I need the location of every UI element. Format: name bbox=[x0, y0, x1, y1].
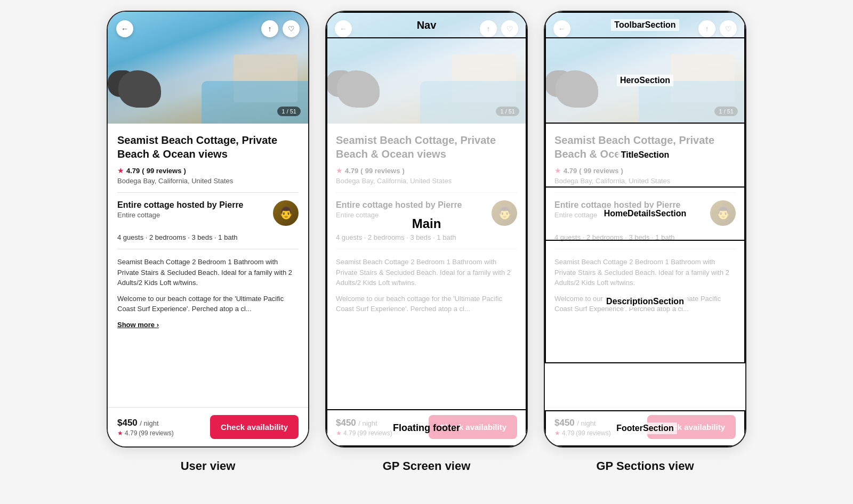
gp-div1 bbox=[336, 192, 517, 193]
gp-counter: 1 / 51 bbox=[496, 107, 519, 116]
hero-pool bbox=[202, 81, 308, 124]
description-2: Welcome to our beach cottage for the 'Ul… bbox=[117, 294, 299, 314]
share-icon: ↑ bbox=[268, 25, 272, 33]
heart-button[interactable]: ♡ bbox=[283, 20, 300, 37]
gps-hero: ← ↑ ♡ 1 / 51 bbox=[545, 12, 745, 124]
gp-screen-phone: ← ↑ ♡ 1 / 51 Seamist Beach Cottage, Priv… bbox=[325, 11, 528, 448]
gp-sections-panel: ← ↑ ♡ 1 / 51 Seamist Beach Cottage, Priv… bbox=[544, 11, 746, 473]
gp-footer-bg: $450 / night ★ 4.79 (99 reviews) Check a… bbox=[326, 407, 527, 446]
footer-star-icon: ★ bbox=[117, 429, 123, 437]
host-row: Entire cottage hosted by Pierre Entire c… bbox=[117, 200, 299, 226]
footer-rating-row: ★ 4.79 (99 reviews) bbox=[117, 429, 174, 437]
gps-back: ← bbox=[553, 20, 570, 37]
gp-back-icon: ← bbox=[340, 25, 347, 33]
rating-row: ★ 4.79 (99 reviews) bbox=[117, 166, 299, 175]
gp-heart-btn: ♡ bbox=[501, 20, 518, 37]
gp-location: Bodega Bay, California, United States bbox=[336, 177, 517, 185]
price-section: $450 / night ★ 4.79 (99 reviews) bbox=[117, 418, 174, 437]
gp-rocks1 bbox=[337, 70, 380, 108]
review-count-val: 99 reviews bbox=[147, 167, 182, 175]
gp-price: $450 / night ★ 4.79 (99 reviews) bbox=[336, 418, 392, 437]
gp-rating: ★ 4.79 (99 reviews) bbox=[336, 166, 517, 175]
check-availability-button[interactable]: Check availability bbox=[210, 415, 299, 439]
gp-sections-label: GP Sections view bbox=[596, 459, 694, 473]
host-avatar: 👨 bbox=[273, 200, 299, 226]
host-title: Entire cottage hosted by Pierre bbox=[117, 200, 244, 210]
gp-pool bbox=[420, 81, 527, 124]
share-button[interactable]: ↑ bbox=[261, 20, 278, 37]
review-count: ( bbox=[142, 167, 144, 175]
gp-div2 bbox=[336, 249, 517, 249]
gp-screen-panel: ← ↑ ♡ 1 / 51 Seamist Beach Cottage, Priv… bbox=[325, 11, 528, 473]
image-counter: 1 / 51 bbox=[277, 107, 301, 116]
gp-check-btn: Check availability bbox=[429, 415, 517, 439]
user-view-phone: ← ↑ ♡ 1 / 51 Seamist Beach Cottage, Priv… bbox=[107, 11, 309, 448]
price-row: $450 / night bbox=[117, 418, 174, 428]
gp-star: ★ bbox=[336, 166, 343, 175]
gp-rating-val: 4.79 bbox=[345, 167, 358, 175]
heart-icon: ♡ bbox=[288, 25, 295, 33]
floating-footer: $450 / night ★ 4.79 (99 reviews) Check a… bbox=[108, 407, 308, 446]
gp-content: Seamist Beach Cottage, Private Beach & O… bbox=[326, 124, 527, 373]
location: Bodega Bay, California, United States bbox=[117, 177, 299, 185]
top-right-buttons: ↑ ♡ bbox=[261, 20, 300, 37]
user-view-label: User view bbox=[181, 459, 236, 473]
gp-top-right: ↑ ♡ bbox=[480, 20, 518, 37]
star-icon: ★ bbox=[117, 166, 124, 175]
gp-host-title: Entire cottage hosted by Pierre bbox=[336, 200, 462, 210]
divider-2 bbox=[117, 249, 299, 249]
divider-1 bbox=[117, 192, 299, 193]
gps-heart: ♡ bbox=[720, 20, 737, 37]
footer-reviews: (99 reviews) bbox=[139, 429, 173, 437]
user-view-panel: ← ↑ ♡ 1 / 51 Seamist Beach Cottage, Priv… bbox=[107, 11, 309, 473]
per-night: / night bbox=[140, 419, 158, 427]
hero-image: ← ↑ ♡ 1 / 51 bbox=[108, 12, 308, 124]
gps-top-right: ↑ ♡ bbox=[698, 20, 737, 37]
gp-desc1: Seamist Beach Cottage 2 Bedroom 1 Bathro… bbox=[336, 257, 517, 288]
gp-title: Seamist Beach Cottage, Private Beach & O… bbox=[336, 133, 517, 161]
gp-host-info: Entire cottage hosted by Pierre Entire c… bbox=[336, 200, 462, 219]
gp-sections-bg: ← ↑ ♡ 1 / 51 Seamist Beach Cottage, Priv… bbox=[545, 12, 745, 373]
gps-share: ↑ bbox=[698, 20, 715, 37]
rating-value: 4.79 bbox=[126, 167, 140, 175]
gp-back-btn: ← bbox=[335, 20, 352, 37]
amenities: 4 guests · 2 bedrooms · 3 beds · 1 bath bbox=[117, 233, 299, 241]
gps-content: Seamist Beach Cottage, Private Beach & O… bbox=[545, 124, 745, 373]
host-type: Entire cottage bbox=[117, 211, 244, 219]
panels-row: ← ↑ ♡ 1 / 51 Seamist Beach Cottage, Priv… bbox=[107, 11, 746, 473]
show-more[interactable]: Show more › bbox=[117, 321, 159, 329]
listing-title: Seamist Beach Cottage, Private Beach & O… bbox=[117, 133, 299, 161]
price: $450 bbox=[117, 418, 138, 428]
host-avatar-emoji: 👨 bbox=[279, 206, 293, 220]
gp-screen-bg: ← ↑ ♡ 1 / 51 Seamist Beach Cottage, Priv… bbox=[326, 12, 527, 373]
gp-desc2: Welcome to our beach cottage for the 'Ul… bbox=[336, 294, 517, 314]
gp-heart-icon: ♡ bbox=[506, 25, 513, 33]
gp-hero-image: ← ↑ ♡ 1 / 51 bbox=[326, 12, 527, 124]
gps-pool bbox=[639, 81, 745, 124]
gp-share-icon: ↑ bbox=[487, 25, 490, 33]
gp-price-val: $450 bbox=[336, 418, 356, 428]
gp-sections-phone: ← ↑ ♡ 1 / 51 Seamist Beach Cottage, Priv… bbox=[544, 11, 746, 448]
gp-screen-label: GP Screen view bbox=[383, 459, 471, 473]
gp-amenities: 4 guests · 2 bedrooms · 3 beds · 1 bath bbox=[336, 233, 517, 241]
footer-rating-val: 4.79 bbox=[125, 429, 137, 437]
content-area: Seamist Beach Cottage, Private Beach & O… bbox=[108, 124, 308, 383]
gp-host-type: Entire cottage bbox=[336, 211, 462, 219]
hero-rocks-1 bbox=[118, 70, 161, 108]
back-icon: ← bbox=[121, 25, 128, 33]
gp-host: Entire cottage hosted by Pierre Entire c… bbox=[336, 200, 517, 226]
gp-avatar: 👨 bbox=[492, 200, 517, 226]
back-button[interactable]: ← bbox=[116, 20, 133, 37]
host-info: Entire cottage hosted by Pierre Entire c… bbox=[117, 200, 244, 219]
description-1: Seamist Beach Cottage 2 Bedroom 1 Bathro… bbox=[117, 257, 299, 288]
gps-rocks1 bbox=[556, 70, 598, 108]
gp-share-btn: ↑ bbox=[480, 20, 497, 37]
